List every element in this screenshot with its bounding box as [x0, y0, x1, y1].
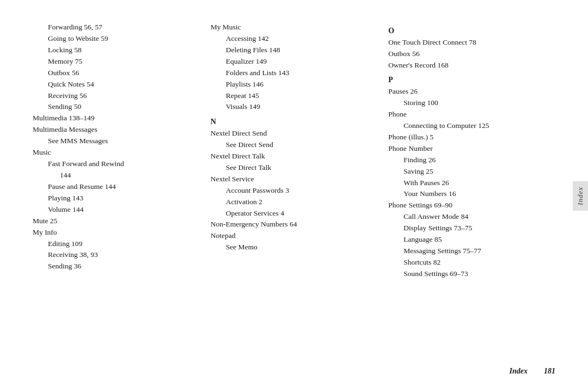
index-entry: See Memo — [211, 242, 378, 253]
index-entry: Receiving 38, 93 — [33, 249, 200, 261]
index-entry: Shortcuts 82 — [388, 257, 555, 268]
index-entry: Nextel Direct Talk — [211, 151, 378, 162]
index-entry: Finding 26 — [388, 155, 555, 166]
index-entry: See Direct Talk — [211, 162, 378, 174]
index-entry: Equalizer 149 — [211, 56, 378, 68]
index-entry: Outbox 56 — [388, 48, 555, 60]
index-entry: Accessing 142 — [211, 33, 378, 45]
index-entry: Repeat 145 — [211, 90, 378, 102]
index-entry: Fast Forward and Rewind — [33, 158, 200, 170]
index-entry: Quick Notes 54 — [33, 79, 200, 90]
footer-page: 181 — [544, 367, 555, 376]
index-entry: Mute 25 — [33, 216, 200, 227]
index-entry: Display Settings 73–75 — [388, 223, 555, 234]
index-entry: Storing 100 — [388, 97, 555, 109]
column-2: My MusicAccessing 142Deleting Files 148E… — [205, 22, 383, 363]
index-entry: Phone — [388, 109, 555, 120]
index-entry: Call Answer Mode 84 — [388, 211, 555, 223]
index-entry: My Music — [211, 22, 378, 33]
index-entry: P — [388, 74, 555, 86]
column-1: Forwarding 56, 57Going to Website 59Lock… — [33, 22, 205, 363]
index-entry: N — [211, 116, 378, 128]
index-entry: Phone Number — [388, 143, 555, 155]
index-entry: Folders and Lists 143 — [211, 68, 378, 79]
index-entry: Sending 50 — [33, 101, 200, 113]
index-entry: See Direct Send — [211, 139, 378, 151]
footer: Index 181 — [33, 363, 555, 376]
side-tab-index: Index — [573, 181, 588, 211]
index-entry: Notepad — [211, 230, 378, 242]
index-entry: Music — [33, 147, 200, 158]
index-entry: Receiving 56 — [33, 90, 200, 102]
index-entry: Operator Services 4 — [211, 208, 378, 219]
footer-label: Index — [510, 367, 528, 376]
index-entry: Sound Settings 69–73 — [388, 268, 555, 280]
column-3: OOne Touch Direct Connect 78Outbox 56Own… — [383, 22, 555, 363]
index-entry: Playing 143 — [33, 193, 200, 204]
index-entry: Outbox 56 — [33, 68, 200, 79]
index-entry: Visuals 149 — [211, 101, 378, 113]
index-entry: O — [388, 25, 555, 37]
index-entry: Multimedia Messages — [33, 124, 200, 136]
index-entry: Owner's Record 168 — [388, 60, 555, 71]
index-entry: Your Numbers 16 — [388, 188, 555, 200]
index-entry: Pauses 26 — [388, 86, 555, 97]
page: Forwarding 56, 57Going to Website 59Lock… — [0, 0, 588, 392]
index-entry: Locking 58 — [33, 45, 200, 56]
index-entry: Messaging Settings 75–77 — [388, 246, 555, 257]
index-entry: Nextel Direct Send — [211, 128, 378, 139]
index-entry: One Touch Direct Connect 78 — [388, 37, 555, 48]
index-entry: Deleting Files 148 — [211, 45, 378, 56]
index-entry: 144 — [33, 170, 200, 181]
index-entry: Going to Website 59 — [33, 33, 200, 45]
index-entry: Memory 75 — [33, 56, 200, 68]
index-entry: Saving 25 — [388, 166, 555, 177]
index-entry: Non-Emergency Numbers 64 — [211, 219, 378, 230]
index-columns: Forwarding 56, 57Going to Website 59Lock… — [33, 22, 555, 363]
index-entry: Volume 144 — [33, 204, 200, 216]
index-entry: Pause and Resume 144 — [33, 181, 200, 193]
index-entry: Editing 109 — [33, 238, 200, 250]
index-entry: Language 85 — [388, 234, 555, 246]
index-entry: Multimedia 138–149 — [33, 113, 200, 124]
index-entry: Sending 36 — [33, 261, 200, 272]
index-entry: Forwarding 56, 57 — [33, 22, 200, 33]
index-entry: Nextel Service — [211, 174, 378, 185]
index-entry: Account Passwords 3 — [211, 185, 378, 197]
index-entry: Activation 2 — [211, 197, 378, 208]
index-entry: Phone Settings 69–90 — [388, 200, 555, 211]
index-entry: Phone (illus.) 5 — [388, 132, 555, 143]
index-entry: Connecting to Computer 125 — [388, 120, 555, 132]
index-entry: Playlists 146 — [211, 79, 378, 90]
index-entry: My Info — [33, 227, 200, 238]
index-entry: With Pauses 26 — [388, 177, 555, 189]
index-entry: See MMS Messages — [33, 136, 200, 147]
